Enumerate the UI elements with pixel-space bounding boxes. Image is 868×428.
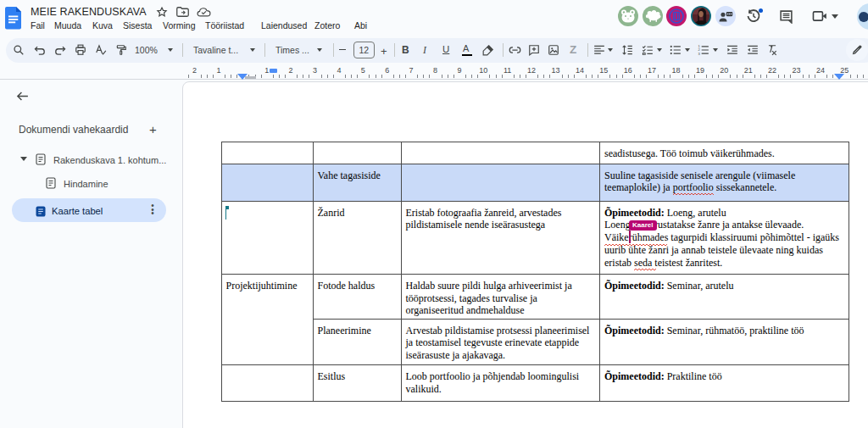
svg-text:3: 3 [698, 52, 701, 55]
